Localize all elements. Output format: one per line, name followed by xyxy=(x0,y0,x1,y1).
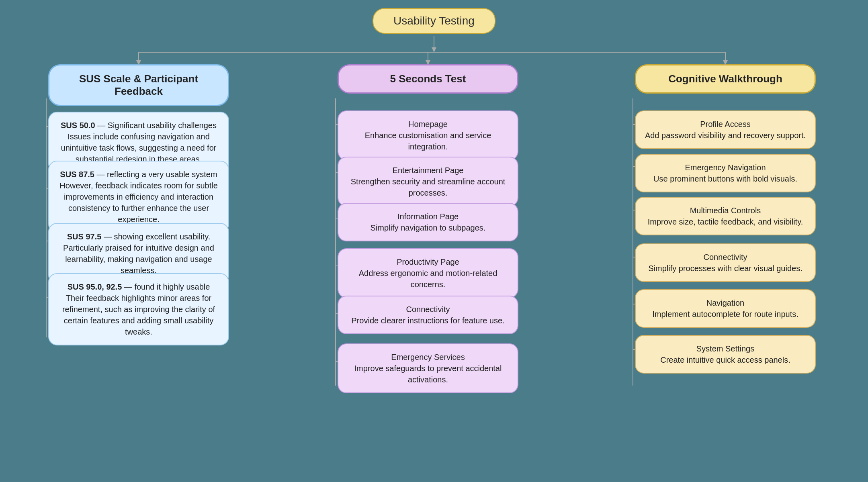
mid-card-2: Entertainment Page Strengthen security a… xyxy=(338,157,518,206)
mid-card-6-title: Emergency Services xyxy=(347,351,509,363)
col-header-left: SUS Scale & Participant Feedback xyxy=(48,64,229,106)
mid-header-label: 5 Seconds Test xyxy=(390,73,466,85)
right-card-6-title: System Settings xyxy=(645,343,806,354)
mid-card-6-text: Improve safeguards to prevent accidental… xyxy=(347,363,509,385)
mid-card-4: Productivity Page Address ergonomic and … xyxy=(338,248,518,298)
right-card-5: Navigation Implement autocomplete for ro… xyxy=(635,289,816,328)
left-card-2-text: SUS 87.5 — reflecting a very usable syst… xyxy=(59,170,218,224)
left-card-4: SUS 95.0, 92.5 — found it highly usable … xyxy=(48,273,229,345)
col-header-mid: 5 Seconds Test xyxy=(338,64,518,94)
right-card-3-title: Multimedia Controls xyxy=(645,205,806,216)
mid-card-5-text: Provide clearer instructions for feature… xyxy=(347,315,509,326)
right-card-1: Profile Access Add password visibility a… xyxy=(635,110,816,149)
mid-card-2-title: Entertainment Page xyxy=(347,165,509,176)
svg-marker-40 xyxy=(432,47,436,52)
right-card-5-text: Implement autocomplete for route inputs. xyxy=(645,308,806,320)
root-node: Usability Testing xyxy=(373,8,495,34)
mid-card-3-title: Information Page xyxy=(347,211,509,222)
right-card-3-text: Improve size, tactile feedback, and visi… xyxy=(645,216,806,227)
left-card-1-text: SUS 50.0 — Significant usability challen… xyxy=(61,121,217,163)
right-card-2-title: Emergency Navigation xyxy=(645,162,806,173)
right-card-2-text: Use prominent buttons with bold visuals. xyxy=(645,173,806,184)
left-card-3-text: SUS 97.5 — showing excellent usability. … xyxy=(63,232,214,275)
right-card-4-title: Connectivity xyxy=(645,251,806,263)
mid-card-6: Emergency Services Improve safeguards to… xyxy=(338,343,518,393)
left-card-4-text: SUS 95.0, 92.5 — found it highly usable … xyxy=(62,282,215,336)
mid-card-3: Information Page Simplify navigation to … xyxy=(338,203,518,241)
right-card-6: System Settings Create intuitive quick a… xyxy=(635,335,816,374)
right-card-1-text: Add password visibility and recovery sup… xyxy=(645,130,806,141)
right-card-4-text: Simplify processes with clear visual gui… xyxy=(645,263,806,274)
right-card-6-text: Create intuitive quick access panels. xyxy=(645,354,806,366)
mid-card-4-text: Address ergonomic and motion-related con… xyxy=(347,268,509,290)
mid-card-4-title: Productivity Page xyxy=(347,256,509,268)
right-card-5-title: Navigation xyxy=(645,297,806,308)
mid-card-5-title: Connectivity xyxy=(347,304,509,315)
right-header-label: Cognitive Walkthrough xyxy=(668,73,782,85)
right-card-1-title: Profile Access xyxy=(645,118,806,130)
left-card-2: SUS 87.5 — reflecting a very usable syst… xyxy=(48,161,229,233)
mid-card-1-text: Enhance customisation and service integr… xyxy=(347,130,509,152)
mid-card-3-text: Simplify navigation to subpages. xyxy=(347,222,509,233)
col-header-right: Cognitive Walkthrough xyxy=(635,64,816,94)
mid-card-1: Homepage Enhance customisation and servi… xyxy=(338,110,518,160)
left-header-label: SUS Scale & Participant Feedback xyxy=(79,73,198,97)
right-card-4: Connectivity Simplify processes with cle… xyxy=(635,243,816,282)
right-card-2: Emergency Navigation Use prominent butto… xyxy=(635,154,816,192)
mid-card-5: Connectivity Provide clearer instruction… xyxy=(338,296,518,334)
right-card-3: Multimedia Controls Improve size, tactil… xyxy=(635,197,816,235)
root-label: Usability Testing xyxy=(393,14,475,27)
mid-card-1-title: Homepage xyxy=(347,118,509,130)
diagram-container: Usability Testing SUS Scale & Participan… xyxy=(0,0,868,482)
mid-card-2-text: Strengthen security and streamline accou… xyxy=(347,176,509,198)
